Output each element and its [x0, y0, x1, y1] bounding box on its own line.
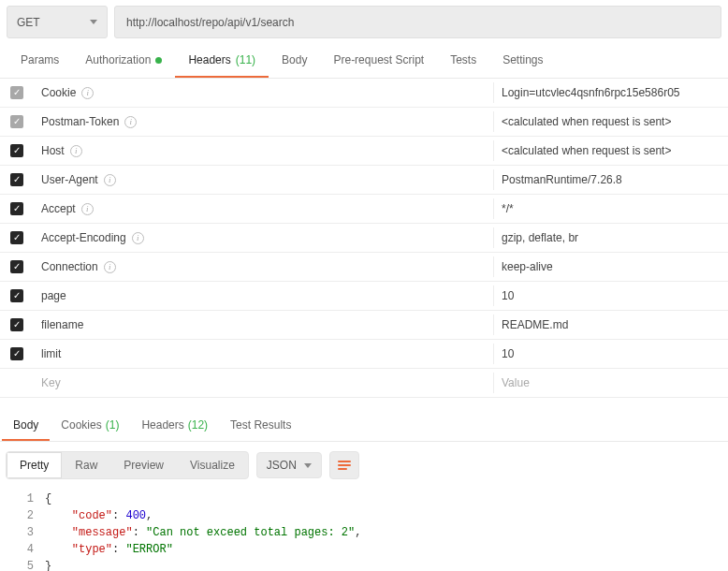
header-checkbox[interactable]: ✓: [10, 289, 23, 302]
tab-authorization[interactable]: Authorization: [72, 44, 175, 78]
header-checkbox[interactable]: ✓: [10, 115, 23, 128]
tab-params[interactable]: Params: [7, 44, 72, 78]
view-toolbar: Pretty Raw Preview Visualize JSON: [0, 442, 728, 489]
table-row: ✓page10: [0, 282, 728, 311]
info-icon: i: [70, 145, 82, 157]
header-value-cell[interactable]: */*: [494, 198, 728, 219]
info-icon: i: [132, 232, 144, 244]
table-row: ✓limit10: [0, 340, 728, 369]
table-row: ✓Hosti<calculated when request is sent>: [0, 137, 728, 166]
header-key-input[interactable]: Key: [34, 373, 494, 393]
chevron-down-icon: [90, 20, 97, 24]
header-key-cell[interactable]: Postman-Tokeni: [34, 111, 494, 132]
header-value-cell[interactable]: Login=utcvlec4qsnfn6rpc15e586r05: [494, 82, 728, 103]
header-value-cell[interactable]: README.md: [494, 315, 728, 335]
header-key-cell[interactable]: User-Agenti: [34, 169, 494, 190]
header-key-cell[interactable]: filename: [34, 315, 494, 335]
table-row: ✓Connectionikeep-alive: [0, 253, 728, 282]
tab-headers[interactable]: Headers(11): [175, 44, 269, 78]
view-visualize[interactable]: Visualize: [177, 452, 248, 478]
header-checkbox[interactable]: ✓: [10, 173, 23, 186]
response-tabs: Body Cookies(1) Headers(12) Test Results: [0, 409, 728, 442]
code-content: { "code": 400, "message": "Can not excee…: [45, 490, 728, 571]
header-key-cell[interactable]: Cookiei: [34, 82, 494, 103]
headers-table: ✓CookieiLogin=utcvlec4qsnfn6rpc15e586r05…: [0, 79, 728, 398]
method-label: GET: [17, 16, 40, 29]
table-row: ✓Postman-Tokeni<calculated when request …: [0, 108, 728, 137]
table-row: ✓Accepti*/*: [0, 195, 728, 224]
header-value-cell[interactable]: keep-alive: [494, 256, 728, 277]
header-checkbox[interactable]: ✓: [10, 318, 23, 331]
header-checkbox[interactable]: ✓: [10, 202, 23, 215]
header-value-cell[interactable]: <calculated when request is sent>: [494, 140, 728, 161]
rtab-test-results[interactable]: Test Results: [219, 409, 302, 441]
info-icon: i: [81, 87, 94, 99]
response-body-viewer[interactable]: 12345 { "code": 400, "message": "Can not…: [0, 489, 728, 571]
header-value-cell[interactable]: 10: [494, 344, 728, 364]
table-row: ✓CookieiLogin=utcvlec4qsnfn6rpc15e586r05: [0, 79, 728, 108]
request-tabs: Params Authorization Headers(11) Body Pr…: [0, 44, 728, 79]
wrap-lines-button[interactable]: [329, 451, 359, 479]
format-select[interactable]: JSON: [256, 452, 322, 478]
view-pretty[interactable]: Pretty: [7, 452, 62, 478]
header-checkbox[interactable]: ✓: [10, 144, 23, 157]
header-checkbox[interactable]: ✓: [10, 86, 23, 99]
rtab-cookies[interactable]: Cookies(1): [50, 409, 130, 441]
info-icon: i: [124, 116, 137, 128]
rtab-headers[interactable]: Headers(12): [130, 409, 219, 441]
dot-icon: [155, 57, 162, 64]
view-preview[interactable]: Preview: [110, 452, 177, 478]
line-gutter: 12345: [0, 490, 45, 571]
header-value-cell[interactable]: <calculated when request is sent>: [494, 111, 728, 132]
tab-body[interactable]: Body: [269, 44, 320, 78]
chevron-down-icon: [304, 463, 312, 468]
tab-settings[interactable]: Settings: [489, 44, 556, 78]
table-row: KeyValue: [0, 369, 728, 398]
header-value-cell[interactable]: PostmanRuntime/7.26.8: [494, 169, 728, 190]
table-row: ✓User-AgentiPostmanRuntime/7.26.8: [0, 166, 728, 195]
header-value-cell[interactable]: gzip, deflate, br: [494, 227, 728, 248]
view-mode-group: Pretty Raw Preview Visualize: [6, 451, 249, 479]
view-raw[interactable]: Raw: [62, 452, 110, 478]
tab-tests[interactable]: Tests: [437, 44, 489, 78]
header-key-cell[interactable]: page: [34, 286, 494, 306]
header-checkbox[interactable]: ✓: [10, 347, 23, 360]
header-checkbox[interactable]: ✓: [10, 260, 23, 273]
http-method-select[interactable]: GET: [7, 6, 108, 38]
header-key-cell[interactable]: Connectioni: [34, 256, 494, 277]
table-row: ✓Accept-Encodingigzip, deflate, br: [0, 224, 728, 253]
info-icon: i: [81, 203, 94, 215]
table-row: ✓filenameREADME.md: [0, 311, 728, 340]
header-key-cell[interactable]: Accepti: [34, 198, 494, 219]
rtab-body[interactable]: Body: [2, 409, 50, 441]
info-icon: i: [104, 174, 116, 186]
header-value-cell[interactable]: 10: [494, 286, 728, 306]
header-key-cell[interactable]: Hosti: [34, 140, 494, 161]
header-checkbox[interactable]: ✓: [10, 231, 23, 244]
header-key-cell[interactable]: Accept-Encodingi: [34, 227, 494, 248]
header-value-input[interactable]: Value: [494, 373, 728, 393]
info-icon: i: [104, 261, 116, 273]
tab-prerequest[interactable]: Pre-request Script: [320, 44, 437, 78]
header-key-cell[interactable]: limit: [34, 344, 494, 364]
url-input[interactable]: [114, 6, 721, 38]
wrap-icon: [338, 461, 351, 470]
